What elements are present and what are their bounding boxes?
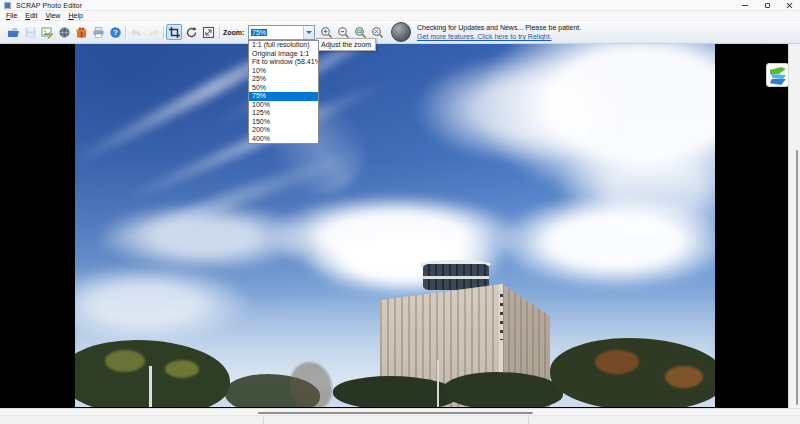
logo-blue-shape bbox=[770, 79, 786, 85]
close-icon bbox=[786, 2, 793, 9]
window-title: SCRAP Photo Editor bbox=[16, 2, 82, 9]
help-icon: ? bbox=[109, 26, 122, 39]
street-lamp bbox=[437, 360, 439, 407]
redo-button[interactable] bbox=[145, 24, 161, 40]
menu-file[interactable]: File bbox=[2, 11, 21, 21]
open-button[interactable] bbox=[5, 24, 21, 40]
undo-arrow-icon bbox=[130, 26, 143, 39]
menu-help[interactable]: Help bbox=[64, 11, 86, 21]
zoom-option[interactable]: Fit to window (58.41%) bbox=[249, 58, 318, 67]
status-bar bbox=[0, 415, 800, 424]
light-pole bbox=[149, 366, 152, 407]
horizontal-scrollbar[interactable] bbox=[0, 408, 800, 415]
rotate-icon bbox=[185, 26, 198, 39]
gift-icon bbox=[75, 26, 88, 39]
save-button[interactable] bbox=[22, 24, 38, 40]
zoom-option[interactable]: 10% bbox=[249, 67, 318, 76]
gift-button[interactable] bbox=[73, 24, 89, 40]
toolbar-group-file: ? bbox=[5, 24, 124, 40]
status-bar-divider bbox=[263, 417, 264, 424]
redo-arrow-icon bbox=[147, 26, 160, 39]
logo-green-shape bbox=[770, 67, 786, 74]
chevron-down-icon bbox=[306, 31, 312, 34]
zoom-combobox-value: 75% bbox=[249, 26, 303, 39]
zoom-option[interactable]: 125% bbox=[249, 109, 318, 118]
tree-foliage-highlight bbox=[105, 350, 145, 372]
minimize-icon bbox=[742, 5, 748, 6]
undo-button[interactable] bbox=[128, 24, 144, 40]
printer-icon bbox=[92, 26, 105, 39]
magnifier-fit-icon bbox=[371, 26, 384, 39]
crop-button[interactable] bbox=[166, 24, 182, 40]
zoom-combobox-dropdown-button[interactable] bbox=[303, 26, 314, 39]
toolbar-separator bbox=[125, 26, 126, 39]
zoom-option-selected[interactable]: 75% bbox=[249, 92, 318, 101]
edit-image-button[interactable] bbox=[39, 24, 55, 40]
maximize-button[interactable] bbox=[756, 0, 778, 11]
title-bar: SCRAP Photo Editor bbox=[0, 0, 800, 11]
magnifier-window-icon bbox=[354, 26, 367, 39]
zoom-option[interactable]: 200% bbox=[249, 126, 318, 135]
menu-view[interactable]: View bbox=[41, 11, 64, 21]
zoom-option[interactable]: 50% bbox=[249, 84, 318, 93]
zoom-tooltip: Adjust the zoom bbox=[316, 38, 376, 51]
zoom-option[interactable]: 100% bbox=[249, 101, 318, 110]
toolbar-group-undo bbox=[128, 24, 162, 40]
update-status-message: Checking for Updates and News... Please … bbox=[417, 23, 581, 32]
close-button[interactable] bbox=[778, 0, 800, 11]
vertical-scrollbar[interactable] bbox=[788, 44, 800, 408]
vertical-scrollbar-thumb[interactable] bbox=[796, 150, 798, 405]
maximize-icon bbox=[765, 3, 770, 8]
autumn-foliage bbox=[595, 350, 639, 374]
zoom-option[interactable]: 150% bbox=[249, 118, 318, 127]
folder-open-icon bbox=[7, 26, 20, 39]
app-logo-watermark bbox=[766, 63, 789, 87]
status-bar-divider bbox=[528, 417, 529, 424]
minimize-button[interactable] bbox=[734, 0, 756, 11]
menu-bar: File Edit View Help bbox=[0, 11, 800, 21]
tree-foliage-highlight bbox=[165, 360, 199, 378]
autumn-foliage bbox=[665, 366, 703, 388]
app-icon bbox=[4, 2, 11, 9]
photo-image[interactable] bbox=[75, 44, 715, 407]
relight-promo-link[interactable]: Get more features. Click here to try Rel… bbox=[417, 32, 581, 41]
magnifier-minus-icon bbox=[337, 26, 350, 39]
building-signage bbox=[500, 294, 503, 340]
zoom-option[interactable]: 400% bbox=[249, 135, 318, 144]
rotate-button[interactable] bbox=[183, 24, 199, 40]
help-button[interactable]: ? bbox=[107, 24, 123, 40]
image-pencil-icon bbox=[41, 26, 54, 39]
update-status: Checking for Updates and News... Please … bbox=[417, 23, 581, 41]
print-button[interactable] bbox=[90, 24, 106, 40]
zoom-label: Zoom: bbox=[223, 21, 244, 44]
magnifier-plus-icon bbox=[320, 26, 333, 39]
toolbar: ? bbox=[0, 21, 800, 44]
toolbar-separator bbox=[219, 26, 220, 39]
resize-button[interactable] bbox=[200, 24, 216, 40]
building-cylinder-band bbox=[423, 276, 489, 279]
resize-icon bbox=[202, 26, 215, 39]
window-controls bbox=[734, 0, 800, 11]
zoom-combobox[interactable]: 75% bbox=[248, 25, 315, 40]
logo-cyan-shape bbox=[771, 74, 786, 79]
zoom-option[interactable]: 25% bbox=[249, 75, 318, 84]
editor-canvas[interactable] bbox=[0, 44, 800, 408]
menu-edit[interactable]: Edit bbox=[21, 11, 41, 21]
floppy-save-icon bbox=[24, 26, 37, 39]
toolbar-group-transform bbox=[166, 24, 217, 40]
crop-icon bbox=[168, 26, 181, 39]
horizontal-scrollbar-thumb[interactable] bbox=[258, 412, 533, 414]
zoom-dropdown-list: 1:1 (full resolution) Original Image 1:1… bbox=[248, 40, 319, 144]
zoom-option[interactable]: 1:1 (full resolution) bbox=[249, 41, 318, 50]
globe-icon bbox=[58, 26, 71, 39]
svg-text:?: ? bbox=[113, 28, 118, 37]
zoom-option[interactable]: Original Image 1:1 bbox=[249, 50, 318, 59]
update-status-orb-icon bbox=[391, 22, 411, 42]
app-window: SCRAP Photo Editor File Edit View Help bbox=[0, 0, 800, 424]
toolbar-separator bbox=[163, 26, 164, 39]
web-button[interactable] bbox=[56, 24, 72, 40]
